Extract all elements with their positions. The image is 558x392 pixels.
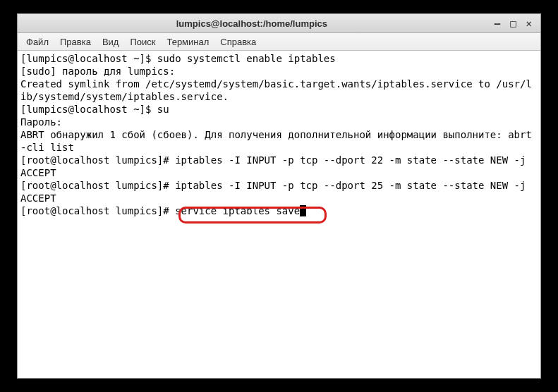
menu-search[interactable]: Поиск: [126, 35, 159, 49]
menu-terminal[interactable]: Терминал: [162, 35, 213, 49]
window-controls: — □ ✕: [486, 18, 540, 29]
terminal-line: Created symlink from /etc/systemd/system…: [20, 78, 532, 102]
menu-file[interactable]: Файл: [22, 35, 53, 49]
minimize-button[interactable]: —: [495, 18, 500, 29]
terminal-line: [root@localhost lumpics]# iptables -I IN…: [20, 154, 532, 178]
terminal-line: [root@localhost lumpics]# iptables -I IN…: [20, 180, 532, 204]
terminal-line: [lumpics@localhost ~]$ sudo systemctl en…: [20, 53, 336, 64]
menu-view[interactable]: Вид: [98, 35, 123, 49]
terminal-line: Пароль:: [20, 116, 62, 128]
titlebar[interactable]: lumpics@localhost:/home/lumpics — □ ✕: [18, 14, 540, 33]
maximize-button[interactable]: □: [510, 18, 516, 29]
terminal-command: service iptables save: [175, 205, 300, 216]
terminal-window: lumpics@localhost:/home/lumpics — □ ✕ Фа…: [17, 13, 541, 379]
menu-help[interactable]: Справка: [216, 35, 260, 49]
menubar: Файл Правка Вид Поиск Терминал Справка: [18, 33, 540, 51]
terminal-cursor: [300, 205, 306, 216]
terminal-line: [sudo] пароль для lumpics:: [20, 66, 175, 77]
window-title: lumpics@localhost:/home/lumpics: [18, 18, 486, 29]
menu-edit[interactable]: Правка: [56, 35, 95, 49]
terminal-line: ABRT обнаружил 1 сбой (сбоев). Для получ…: [20, 129, 532, 153]
terminal-line: [lumpics@localhost ~]$ su: [20, 104, 169, 115]
terminal-prompt: [root@localhost lumpics]#: [20, 205, 175, 216]
close-button[interactable]: ✕: [526, 18, 532, 29]
terminal-output[interactable]: [lumpics@localhost ~]$ sudo systemctl en…: [18, 51, 540, 378]
